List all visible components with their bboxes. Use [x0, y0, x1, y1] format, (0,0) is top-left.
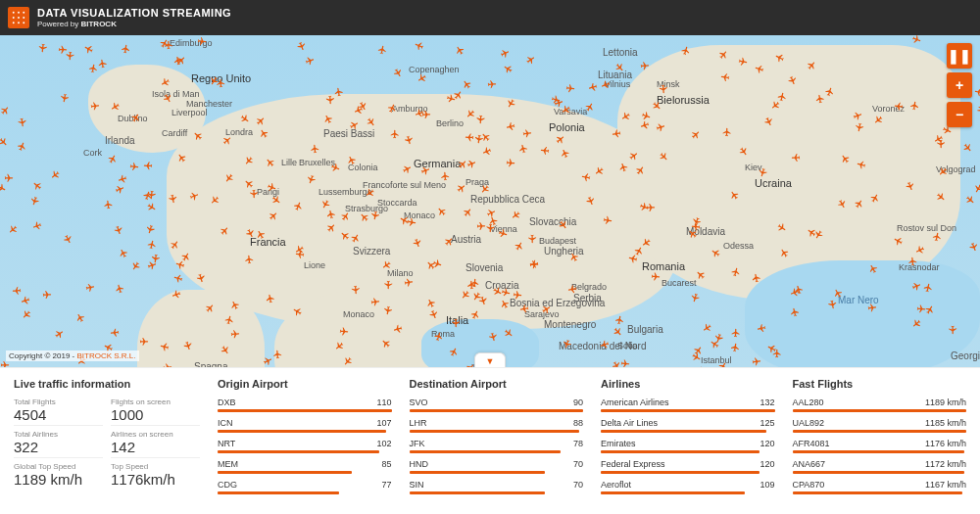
flight-marker-icon[interactable] [78, 40, 92, 54]
flight-marker-icon[interactable] [244, 251, 255, 261]
flight-marker-icon[interactable] [27, 221, 40, 234]
flight-marker-icon[interactable] [332, 82, 344, 94]
flight-marker-icon[interactable] [374, 296, 385, 306]
flight-marker-icon[interactable] [777, 87, 789, 99]
flight-marker-icon[interactable] [378, 41, 390, 53]
flight-marker-icon[interactable] [582, 81, 594, 93]
flight-marker-icon[interactable] [216, 74, 226, 85]
flight-marker-icon[interactable] [914, 35, 927, 47]
flight-marker-icon[interactable] [451, 40, 465, 54]
flight-marker-icon[interactable] [383, 284, 393, 294]
flight-marker-icon[interactable] [15, 295, 27, 307]
flight-marker-icon[interactable] [577, 170, 589, 182]
flight-marker-icon[interactable] [932, 227, 944, 239]
flight-marker-icon[interactable] [45, 170, 59, 184]
flight-marker-icon[interactable] [297, 44, 310, 57]
flight-marker-icon[interactable] [644, 61, 655, 71]
flight-marker-icon[interactable] [248, 193, 258, 203]
flight-marker-icon[interactable] [525, 127, 536, 138]
flight-marker-icon[interactable] [169, 271, 180, 283]
flight-marker-icon[interactable] [115, 243, 128, 257]
flight-marker-icon[interactable] [498, 60, 512, 73]
flight-marker-icon[interactable] [510, 159, 520, 169]
flight-marker-icon[interactable] [108, 149, 122, 163]
flight-marker-icon[interactable] [381, 308, 393, 320]
flight-marker-icon[interactable] [403, 138, 415, 150]
flight-marker-icon[interactable] [18, 136, 30, 149]
flight-marker-icon[interactable] [114, 228, 126, 241]
flight-marker-icon[interactable] [889, 100, 900, 111]
flight-marker-icon[interactable] [722, 123, 732, 133]
flight-marker-icon[interactable] [503, 45, 515, 58]
flight-marker-icon[interactable] [394, 70, 408, 83]
flight-marker-icon[interactable] [425, 109, 435, 118]
flight-marker-icon[interactable] [623, 359, 634, 367]
flight-marker-icon[interactable] [731, 323, 741, 333]
flight-marker-icon[interactable] [65, 54, 75, 65]
flight-marker-icon[interactable] [412, 73, 425, 87]
flight-marker-icon[interactable] [516, 139, 528, 151]
flight-marker-icon[interactable] [27, 176, 41, 190]
flight-marker-icon[interactable] [772, 345, 782, 354]
flight-marker-icon[interactable] [963, 144, 977, 158]
flight-marker-icon[interactable] [27, 199, 40, 211]
flight-marker-icon[interactable] [155, 340, 167, 351]
flight-marker-icon[interactable] [650, 202, 660, 211]
flight-marker-icon[interactable] [56, 325, 70, 339]
flight-marker-icon[interactable] [148, 203, 162, 216]
flight-marker-icon[interactable] [440, 167, 451, 178]
flight-marker-icon[interactable] [527, 51, 541, 65]
flight-marker-icon[interactable] [36, 46, 47, 57]
flight-marker-icon[interactable] [72, 307, 85, 321]
flight-marker-icon[interactable] [596, 79, 609, 92]
flight-marker-icon[interactable] [8, 286, 19, 297]
flight-marker-icon[interactable] [655, 271, 665, 282]
flight-marker-icon[interactable] [461, 132, 470, 142]
flight-marker-icon[interactable] [715, 70, 727, 82]
flight-marker-icon[interactable] [410, 217, 421, 229]
flight-marker-icon[interactable] [910, 96, 921, 107]
copyright-link[interactable]: BITROCK S.R.L. [76, 351, 135, 360]
flight-marker-icon[interactable] [870, 303, 881, 313]
flight-marker-icon[interactable] [0, 138, 13, 152]
flight-marker-icon[interactable] [920, 304, 931, 314]
flight-marker-icon[interactable] [451, 322, 461, 332]
flight-marker-icon[interactable] [224, 310, 236, 322]
flight-marker-icon[interactable] [324, 99, 335, 110]
flight-marker-icon[interactable] [613, 328, 627, 342]
flight-marker-icon[interactable] [350, 288, 361, 299]
flight-marker-icon[interactable] [113, 278, 124, 290]
flight-marker-icon[interactable] [390, 125, 400, 135]
flight-marker-icon[interactable] [272, 346, 283, 356]
flight-marker-icon[interactable] [93, 101, 104, 112]
flight-marker-icon[interactable] [0, 183, 12, 196]
flight-marker-icon[interactable] [658, 119, 669, 131]
flight-marker-icon[interactable] [730, 338, 742, 350]
flight-marker-icon[interactable] [535, 144, 546, 155]
flight-marker-icon[interactable] [469, 273, 480, 284]
flight-marker-icon[interactable] [8, 173, 18, 183]
flight-marker-icon[interactable] [149, 257, 160, 267]
flight-marker-icon[interactable] [516, 290, 527, 301]
flight-marker-icon[interactable] [409, 37, 421, 50]
flight-marker-icon[interactable] [607, 128, 617, 139]
flight-marker-icon[interactable] [906, 252, 917, 262]
flight-marker-icon[interactable] [143, 337, 153, 347]
flight-marker-icon[interactable] [88, 59, 100, 70]
zoom-out-button[interactable]: − [947, 102, 972, 127]
flight-marker-icon[interactable] [615, 310, 627, 322]
flight-marker-icon[interactable] [696, 362, 707, 367]
flight-marker-icon[interactable] [827, 303, 839, 314]
flight-marker-icon[interactable] [659, 87, 669, 98]
flight-marker-icon[interactable] [787, 152, 797, 162]
map-canvas[interactable]: Regno Unito Irlanda Francia Germania Pol… [0, 35, 980, 367]
flight-marker-icon[interactable] [532, 259, 543, 270]
flight-marker-icon[interactable] [568, 84, 579, 95]
flight-marker-icon[interactable] [968, 245, 980, 257]
flight-marker-icon[interactable] [62, 45, 72, 55]
panel-toggle[interactable]: ▼ [474, 352, 506, 367]
flight-marker-icon[interactable] [18, 120, 28, 131]
pause-button[interactable]: ❚❚ [947, 43, 972, 69]
flight-marker-icon[interactable] [1, 101, 15, 115]
flight-marker-icon[interactable] [3, 225, 17, 239]
